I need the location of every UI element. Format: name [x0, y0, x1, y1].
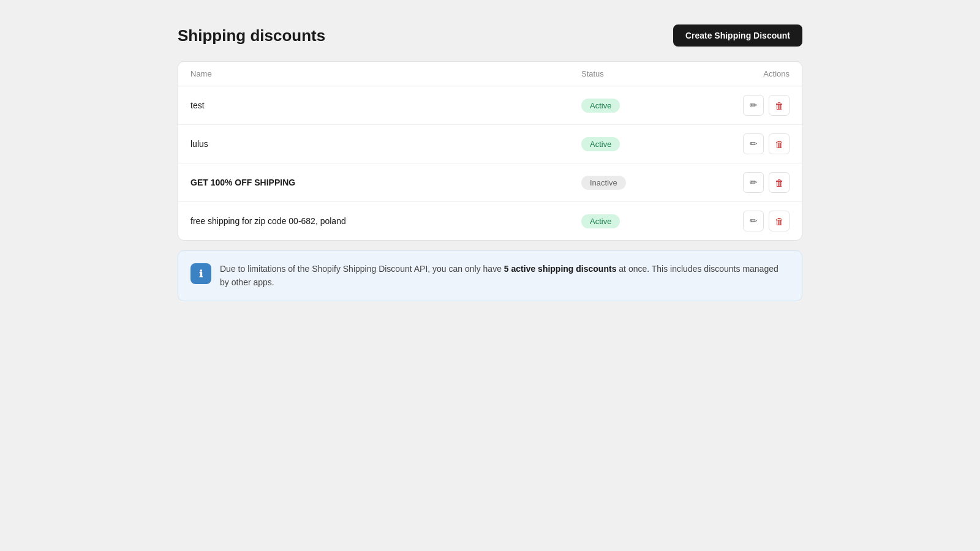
- create-shipping-discount-button[interactable]: Create Shipping Discount: [673, 24, 802, 47]
- status-cell: Inactive: [581, 176, 704, 190]
- trash-icon: 🗑: [775, 216, 784, 227]
- header-name: Name: [190, 69, 581, 78]
- edit-icon: ✏: [750, 216, 758, 227]
- info-icon: ℹ: [199, 268, 203, 280]
- trash-icon: 🗑: [775, 178, 784, 188]
- status-badge: Inactive: [581, 176, 626, 190]
- status-cell: Active: [581, 214, 704, 228]
- row-actions: ✏ 🗑: [704, 133, 790, 154]
- delete-button[interactable]: 🗑: [769, 172, 790, 193]
- discount-name: lulus: [190, 139, 581, 149]
- info-text-before: Due to limitations of the Shopify Shippi…: [220, 264, 504, 274]
- table-row: test Active ✏ 🗑: [178, 86, 802, 125]
- header-status: Status: [581, 69, 704, 78]
- info-icon-wrap: ℹ: [190, 263, 211, 284]
- edit-button[interactable]: ✏: [743, 133, 764, 154]
- info-text: Due to limitations of the Shopify Shippi…: [220, 262, 790, 290]
- info-text-bold: 5 active shipping discounts: [504, 264, 617, 274]
- trash-icon: 🗑: [775, 100, 784, 111]
- status-badge: Active: [581, 214, 620, 228]
- table-row: lulus Active ✏ 🗑: [178, 125, 802, 163]
- discount-name: test: [190, 100, 581, 110]
- delete-button[interactable]: 🗑: [769, 95, 790, 116]
- discount-name: GET 100% OFF SHIPPING: [190, 178, 581, 187]
- row-actions: ✏ 🗑: [704, 172, 790, 193]
- info-box: ℹ Due to limitations of the Shopify Ship…: [178, 250, 802, 301]
- table-row: free shipping for zip code 00-682, polan…: [178, 202, 802, 240]
- status-badge: Active: [581, 99, 620, 113]
- page-header: Shipping discounts Create Shipping Disco…: [178, 24, 802, 47]
- page-container: Shipping discounts Create Shipping Disco…: [165, 0, 815, 326]
- trash-icon: 🗑: [775, 139, 784, 149]
- delete-button[interactable]: 🗑: [769, 211, 790, 231]
- edit-button[interactable]: ✏: [743, 172, 764, 193]
- delete-button[interactable]: 🗑: [769, 133, 790, 154]
- edit-icon: ✏: [750, 138, 758, 149]
- discounts-table: Name Status Actions test Active ✏ 🗑 lulu…: [178, 61, 802, 241]
- table-row: GET 100% OFF SHIPPING Inactive ✏ 🗑: [178, 163, 802, 202]
- edit-icon: ✏: [750, 177, 758, 188]
- edit-button[interactable]: ✏: [743, 95, 764, 116]
- row-actions: ✏ 🗑: [704, 95, 790, 116]
- edit-icon: ✏: [750, 100, 758, 111]
- row-actions: ✏ 🗑: [704, 211, 790, 231]
- header-actions: Actions: [704, 69, 790, 78]
- status-cell: Active: [581, 99, 704, 113]
- discount-name: free shipping for zip code 00-682, polan…: [190, 216, 581, 226]
- edit-button[interactable]: ✏: [743, 211, 764, 231]
- table-header: Name Status Actions: [178, 62, 802, 86]
- status-cell: Active: [581, 137, 704, 151]
- page-title: Shipping discounts: [178, 26, 325, 45]
- status-badge: Active: [581, 137, 620, 151]
